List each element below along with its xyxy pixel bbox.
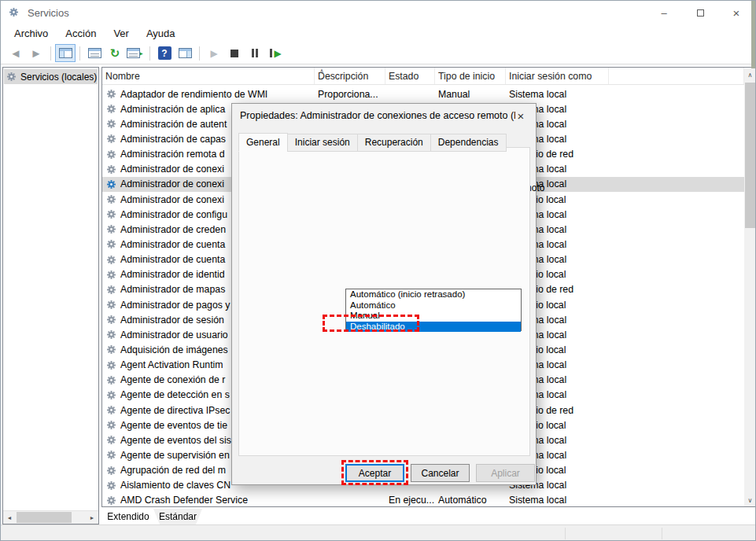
service-gear-icon [106, 285, 116, 295]
service-row[interactable]: Adaptador de rendimiento de WMIProporcio… [102, 86, 744, 101]
service-logon: Sistema local [506, 89, 609, 100]
service-gear-icon [106, 164, 116, 175]
toolbar-separator [199, 46, 200, 61]
services-window: Servicios –× ArchivoAcciónVerAyuda ◄►↻►?… [0, 0, 756, 541]
start-service-button[interactable]: ▶ [204, 44, 224, 62]
service-name: Agente de directiva IPsec [120, 405, 230, 416]
minimize-button[interactable]: – [646, 1, 682, 25]
dialog-tab-dependencias[interactable]: Dependencias [430, 134, 507, 152]
service-name: Administrador de conexi [120, 194, 224, 205]
column-header-estado[interactable]: Estado [385, 68, 435, 84]
scroll-right-icon[interactable]: ► [86, 511, 98, 524]
service-name: Administración de aplica [120, 104, 225, 115]
show-action-pane-button[interactable] [175, 44, 195, 62]
service-gear-icon [106, 360, 116, 370]
export-list-button[interactable]: ► [125, 44, 146, 62]
service-gear-icon [106, 270, 116, 280]
menu-ayuda[interactable]: Ayuda [138, 25, 184, 42]
dialog-close-icon[interactable]: × [511, 107, 531, 124]
forward-button[interactable]: ► [26, 44, 46, 62]
service-name: Agente de conexión de r [120, 374, 225, 385]
status-divider [565, 528, 566, 539]
service-row[interactable]: AMD Crash Defender ServiceEn ejecu...Aut… [102, 493, 744, 507]
stop-service-button[interactable] [224, 44, 245, 62]
service-gear-icon [106, 390, 116, 400]
column-header-nombre[interactable]: Nombre [102, 68, 315, 84]
service-gear-icon [106, 239, 116, 249]
service-gear-icon [106, 480, 116, 491]
menu-archivo[interactable]: Archivo [6, 25, 57, 42]
service-gear-icon [106, 134, 116, 144]
sidebar-item-servicios-locales[interactable]: Servicios (locales) [4, 69, 98, 84]
view-tab-extendido[interactable]: Extendido [103, 509, 153, 524]
close-button[interactable]: × [718, 1, 754, 25]
services-app-icon [9, 6, 19, 20]
list-vertical-scrollbar[interactable]: ∧ ∨ [744, 68, 756, 506]
services-gear-icon [6, 72, 17, 82]
service-name: Administrador de usuario [120, 329, 228, 340]
console-tree-panel: Servicios (locales) ◄ ► [2, 67, 99, 524]
column-header-iniciar-sesio-n-como[interactable]: Iniciar sesión como [506, 68, 609, 84]
scrollbar-thumb[interactable] [17, 512, 72, 523]
service-name: Agente de detección en s [120, 389, 230, 400]
back-button[interactable]: ◄ [6, 44, 26, 62]
service-gear-icon [106, 405, 116, 415]
dropdown-option-automa-tico[interactable]: Automático [346, 300, 521, 311]
service-gear-icon [106, 209, 116, 219]
service-logon: Sistema local [506, 495, 609, 506]
help-button[interactable]: ? [154, 44, 175, 62]
service-name: Administrador de creden [120, 224, 226, 235]
service-name: Administrador de mapas [120, 284, 225, 295]
dialog-tab-general[interactable]: General [238, 133, 288, 152]
restart-service-button[interactable]: ▶ [265, 44, 286, 62]
dialog-tab-iniciar-sesio-n[interactable]: Iniciar sesión [287, 134, 358, 152]
title-bar: Servicios –× [1, 1, 755, 25]
service-gear-icon [106, 315, 116, 325]
maximize-button[interactable] [682, 1, 718, 25]
dialog-tab-recuperacio-n[interactable]: Recuperación [357, 134, 431, 152]
status-bar [1, 524, 755, 541]
service-gear-icon [106, 375, 116, 385]
service-name: Administración de autent [120, 119, 227, 130]
service-gear-icon [106, 149, 116, 160]
column-header-tipo-de-inicio[interactable]: Tipo de inicio [435, 68, 506, 84]
toolbar-separator [50, 46, 51, 61]
service-name: Adquisición de imágenes [120, 344, 228, 355]
service-gear-icon [106, 344, 116, 355]
view-tab-estandar[interactable]: Estándar [153, 509, 202, 524]
show-console-tree-button[interactable] [55, 44, 76, 62]
toolbar-separator [149, 46, 150, 61]
service-name: AMD Crash Defender Service [120, 495, 248, 506]
sidebar-horizontal-scrollbar[interactable]: ◄ ► [3, 510, 98, 524]
service-name: Administrador de conexi [120, 164, 224, 175]
column-header-descripcio-n[interactable]: Descripción [315, 68, 385, 84]
service-name: Agent Activation Runtim [120, 359, 223, 370]
scroll-down-icon[interactable]: ∨ [744, 494, 756, 506]
sort-ascending-icon: ∧ [319, 68, 324, 75]
column-header-filler [609, 68, 744, 84]
highlight-rect-aceptar [341, 460, 408, 485]
service-name: Agrupación de red del m [120, 465, 226, 476]
refresh-button[interactable]: ↻ [105, 44, 125, 62]
dropdown-option-automa-tico-inicio-retrasado-[interactable]: Automático (inicio retrasado) [346, 289, 521, 300]
scroll-left-icon[interactable]: ◄ [3, 511, 16, 524]
desktop-edge [751, 1, 756, 68]
menu-accion[interactable]: Acción [57, 25, 105, 42]
scrollbar-thumb[interactable] [745, 83, 755, 228]
scroll-up-icon[interactable]: ∧ [744, 68, 756, 81]
sidebar-item-label: Servicios (locales) [20, 72, 97, 83]
cancel-button[interactable]: Cancelar [411, 464, 470, 482]
service-name: Adaptador de rendimiento de WMI [120, 89, 267, 100]
service-gear-icon [106, 119, 116, 129]
service-name: Administrador de identid [120, 269, 225, 280]
apply-button[interactable]: Aplicar [476, 464, 535, 482]
status-divider [662, 528, 662, 539]
service-gear-icon [106, 450, 116, 460]
service-name: Agente de supervisión en [120, 450, 230, 461]
dialog-title: Propiedades: Administrador de conexiones… [240, 110, 515, 121]
menu-ver[interactable]: Ver [105, 25, 138, 42]
service-startup: Automático [435, 495, 506, 506]
dialog-tabs: GeneralIniciar sesiónRecuperaciónDepende… [238, 133, 506, 152]
pause-service-button[interactable] [245, 44, 265, 62]
properties-button[interactable] [84, 44, 105, 62]
